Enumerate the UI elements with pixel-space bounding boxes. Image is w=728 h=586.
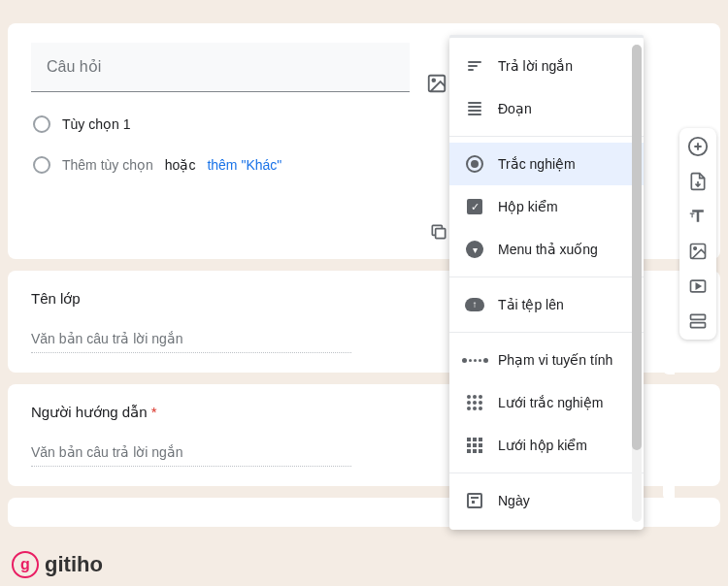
divider [449, 332, 644, 333]
linear-scale-icon [465, 350, 484, 370]
option-label: Tùy chọn 1 [62, 116, 130, 132]
watermark: g gitiho [12, 551, 103, 578]
menu-checkbox-grid[interactable]: Lưới hộp kiểm [449, 424, 644, 467]
svg-rect-8 [691, 323, 706, 328]
upload-icon [465, 295, 484, 314]
svg-rect-2 [436, 229, 446, 239]
duplicate-icon[interactable] [427, 220, 450, 244]
add-title-icon[interactable] [687, 206, 709, 227]
divider [449, 277, 644, 277]
question-input[interactable] [31, 43, 410, 92]
add-image-icon[interactable] [425, 72, 448, 95]
menu-mc-grid[interactable]: Lưới trắc nghiệm [449, 381, 644, 424]
svg-point-5 [694, 247, 697, 250]
divider [449, 472, 644, 473]
question-type-dropdown: Trả lời ngắn Đoạn Trắc nghiệm ✓ Hộp kiểm… [449, 37, 644, 530]
menu-label: Lưới trắc nghiệm [498, 395, 628, 410]
radio-icon [33, 115, 50, 133]
instructor-label-text: Người hướng dẫn [31, 404, 148, 420]
add-other-link[interactable]: thêm "Khác" [207, 157, 281, 173]
short-answer-icon [465, 56, 484, 76]
checkbox-icon: ✓ [465, 197, 484, 216]
menu-multiple-choice[interactable]: Trắc nghiệm [449, 143, 644, 185]
required-star: * [151, 404, 157, 420]
dropdown-accent [449, 35, 644, 38]
menu-short-answer[interactable]: Trả lời ngắn [449, 45, 644, 87]
add-question-icon[interactable] [687, 136, 709, 157]
add-video-icon[interactable] [687, 276, 709, 297]
radio-icon [33, 156, 50, 174]
menu-label: Hộp kiểm [498, 199, 628, 214]
menu-label: Menu thả xuống [498, 242, 628, 257]
menu-dropdown[interactable]: ▾ Menu thả xuống [449, 228, 644, 271]
svg-point-1 [432, 79, 435, 81]
menu-checkboxes[interactable]: ✓ Hộp kiểm [449, 185, 644, 228]
scrollbar[interactable] [632, 45, 642, 522]
menu-label: Phạm vi tuyến tính [498, 352, 628, 368]
menu-linear-scale[interactable]: Phạm vi tuyến tính [449, 339, 644, 381]
or-text: hoặc [165, 157, 196, 173]
paragraph-icon [465, 99, 484, 118]
add-section-icon[interactable] [687, 310, 709, 332]
menu-label: Lưới hộp kiểm [498, 438, 628, 453]
menu-label: Đoạn [498, 101, 628, 116]
short-answer-placeholder: Văn bản câu trả lời ngắn [31, 331, 351, 353]
add-image-icon[interactable] [687, 241, 709, 262]
import-questions-icon[interactable] [687, 171, 709, 192]
grid-squares-icon [465, 436, 484, 455]
menu-file-upload[interactable]: Tải tệp lên [449, 283, 644, 326]
menu-label: Ngày [498, 493, 628, 508]
menu-label: Trắc nghiệm [498, 156, 628, 172]
scrollbar-thumb[interactable] [632, 45, 642, 450]
menu-date[interactable]: Ngày [449, 479, 644, 522]
menu-label: Tải tệp lên [498, 297, 628, 312]
short-answer-placeholder: Văn bản câu trả lời ngắn [31, 444, 351, 467]
menu-label: Trả lời ngắn [498, 58, 628, 74]
svg-rect-7 [691, 314, 706, 319]
watermark-logo-icon: g [12, 551, 39, 578]
grid-dots-icon [465, 393, 484, 412]
calendar-icon [465, 491, 484, 510]
radio-icon [465, 154, 484, 174]
menu-paragraph[interactable]: Đoạn [449, 87, 644, 130]
watermark-text: gitiho [45, 552, 103, 577]
floating-toolbar [679, 128, 716, 340]
dropdown-icon: ▾ [465, 240, 484, 259]
divider [449, 136, 644, 137]
add-option-text[interactable]: Thêm tùy chọn [62, 157, 153, 173]
